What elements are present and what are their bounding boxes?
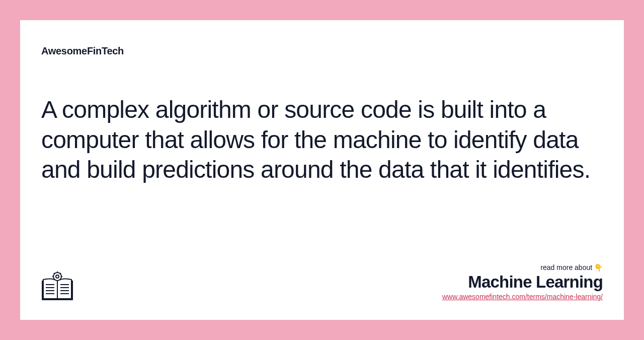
- content-card: AwesomeFinTech A complex algorithm or so…: [20, 20, 624, 320]
- topic-title: Machine Learning: [468, 273, 603, 292]
- description-text: A complex algorithm or source code is bu…: [41, 95, 603, 185]
- book-icon: [41, 270, 73, 301]
- footer-right: read more about 👇 Machine Learning www.a…: [442, 263, 603, 301]
- svg-line-15: [60, 279, 61, 280]
- topic-link[interactable]: www.awesomefintech.com/terms/machine-lea…: [442, 293, 603, 301]
- read-more-label: read more about 👇: [540, 263, 603, 271]
- svg-line-16: [54, 279, 55, 280]
- footer: read more about 👇 Machine Learning www.a…: [41, 263, 603, 301]
- svg-line-14: [54, 273, 55, 274]
- brand-name: AwesomeFinTech: [41, 45, 603, 57]
- svg-line-17: [60, 273, 61, 274]
